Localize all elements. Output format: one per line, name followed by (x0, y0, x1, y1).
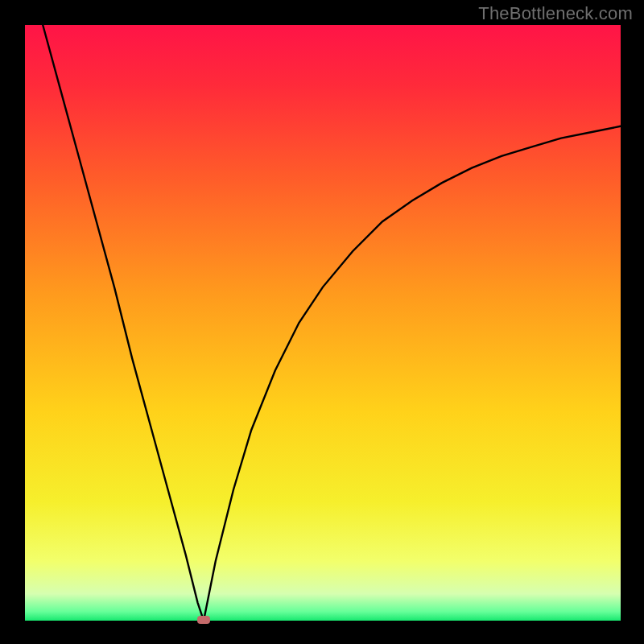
plot-background (25, 25, 621, 621)
minimum-marker (197, 616, 210, 624)
chart-frame: TheBottleneck.com (0, 0, 644, 644)
bottleneck-curve-chart (0, 0, 644, 644)
